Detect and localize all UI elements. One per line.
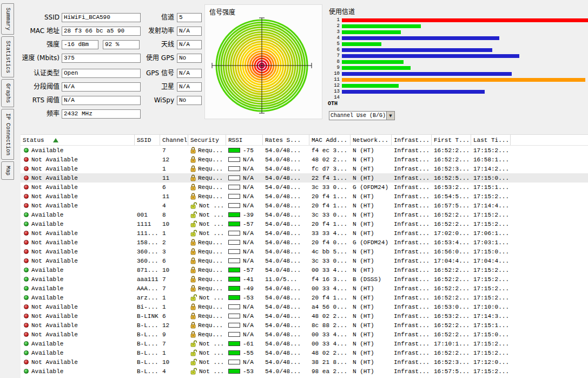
table-row[interactable]: Not AvailableB-LINK6Requ...N/A54.0/48...… xyxy=(21,311,588,321)
detail-field-gps-signal[interactable]: N/A xyxy=(177,69,202,78)
security-text: Requ... xyxy=(198,258,223,264)
table-body: Available7Requ...-7554.0/48...f4 ec 3...… xyxy=(21,146,588,376)
channel-label: 2 xyxy=(325,24,342,28)
channel-cell: 1 xyxy=(160,164,188,173)
table-row[interactable]: Not Available12Requ...N/A54.0/48...48 02… xyxy=(21,155,588,164)
mac-address-cell: 3c 33 0... xyxy=(309,210,351,219)
table-row[interactable]: Not AvailableB-L...9Requ...N/A54.0/48...… xyxy=(21,330,588,339)
column-header-rates-s[interactable]: Rates S... xyxy=(263,135,309,145)
first-time-cell: 16:52:2... xyxy=(432,321,471,330)
column-header-last-ti[interactable]: Last Ti... xyxy=(471,135,511,145)
security-cell: Not ... xyxy=(188,219,226,229)
channel-row-14: 14 xyxy=(325,96,588,100)
detail-field-wispy[interactable]: No xyxy=(177,96,202,105)
status-cell: Not Available xyxy=(21,183,135,192)
table-row[interactable]: AvailableAAA...7Requ...-4954.0/48...00 3… xyxy=(21,284,588,293)
status-available-icon xyxy=(24,286,29,291)
table-row[interactable]: Not AvailableBi-...1Requ...N/A54.0/48...… xyxy=(21,302,588,311)
last-time-cell: 17:15:2... xyxy=(471,293,511,302)
column-header-rssi[interactable]: RSSI xyxy=(226,135,263,145)
rssi-cell: N/A xyxy=(226,155,263,164)
table-row[interactable]: Available0018Not ...-3954.0/48...3c 33 0… xyxy=(21,210,588,219)
detail-field-use-gps[interactable]: No xyxy=(177,54,202,63)
table-row[interactable]: Not Available360...3Requ...N/A54.0/48...… xyxy=(21,247,588,256)
rssi-bar-icon xyxy=(228,332,240,337)
channel-usage-bar xyxy=(342,84,399,88)
first-time-cell: 16:52:3... xyxy=(432,357,471,367)
mac-address-cell: 20 f4 0... xyxy=(309,238,351,247)
rssi-text: N/A xyxy=(243,359,254,366)
rates-cell: 54.0/48... xyxy=(263,302,309,311)
rates-cell: 54.0/48... xyxy=(263,247,309,256)
column-header-infrast[interactable]: Infrast... xyxy=(392,135,432,145)
status-cell: Available xyxy=(21,275,135,284)
rssi-text: -57 xyxy=(243,267,254,273)
network-type-cell: N (HT) xyxy=(351,330,392,339)
table-row[interactable]: Availablearz...1Not ...-5354.0/48...20 f… xyxy=(21,293,588,302)
chevron-down-icon[interactable]: ▼ xyxy=(386,112,394,120)
tab-map[interactable]: Map xyxy=(1,161,14,180)
first-time-cell: 17:04:4... xyxy=(432,256,471,265)
column-header-security[interactable]: Security xyxy=(188,135,226,145)
rssi-bar-icon xyxy=(228,350,240,355)
rssi-bar-icon xyxy=(228,295,240,300)
detail-label-wispy: WiSpy xyxy=(129,96,174,105)
table-row[interactable]: Available7Requ...-7554.0/48...f4 ec 3...… xyxy=(21,146,588,155)
table-row[interactable]: AvailableB-L...1Not ...-5554.0/48...48 0… xyxy=(21,348,588,357)
detail-field-frequency[interactable]: 2432 MHz xyxy=(62,109,141,119)
detail-label-gps-signal: GPS 信号 xyxy=(129,69,174,78)
table-row[interactable]: Available871...10Requ...-5754.0/48...00 … xyxy=(21,265,588,275)
ssid-cell: aaa111 xyxy=(135,275,160,284)
column-header-mac-add[interactable]: MAC Add... xyxy=(309,135,351,145)
column-header-status[interactable]: Status xyxy=(21,135,135,145)
lock-closed-icon xyxy=(190,147,196,154)
first-time-cell: 16:52:2... xyxy=(432,293,471,302)
status-cell: Not Available xyxy=(21,229,135,238)
rssi-bar-icon xyxy=(228,360,240,364)
column-header-channel[interactable]: Channel xyxy=(160,135,188,145)
detail-field-strength[interactable]: -16 dBm xyxy=(62,40,98,49)
table-row[interactable]: Not Available158...2Requ...N/A54.0/48...… xyxy=(21,238,588,247)
table-row[interactable]: Not Available11Requ...N/A54.0/48...22 f4… xyxy=(21,173,588,183)
detail-field-channel[interactable]: 5 xyxy=(177,13,202,22)
table-row[interactable]: AvailableB-L...7Not ...-6154.0/48...00 3… xyxy=(21,339,588,348)
status-unavailable-icon xyxy=(24,166,29,171)
column-header-ssid[interactable]: SSID xyxy=(135,135,160,145)
table-row[interactable]: Not Available11Requ...N/A54.0/48...20 f4… xyxy=(21,192,588,201)
channel-row-3: 3 xyxy=(325,30,588,34)
channel-cell: 3 xyxy=(160,247,188,256)
table-row[interactable]: AvailableB-L...4Not ...-5354.0/48...98 e… xyxy=(21,367,588,376)
table-row[interactable]: Not AvailableB-L...10Not ...N/A54.0/48..… xyxy=(21,357,588,367)
last-time-cell: 17:15:1... xyxy=(471,321,511,330)
network-type-cell: G (OFDM24) xyxy=(351,238,392,247)
status-unavailable-icon xyxy=(24,304,29,309)
column-header-network[interactable]: Network... xyxy=(351,135,392,145)
table-row[interactable]: Not AvailableB-L...12Requ...N/A54.0/48..… xyxy=(21,321,588,330)
last-time-cell: 17:15:0... xyxy=(471,247,511,256)
table-row[interactable]: Not Available4Not ...N/A54.0/48...20 f4 … xyxy=(21,201,588,210)
lock-closed-icon xyxy=(190,276,196,283)
last-time-cell: 17:04:4... xyxy=(471,256,511,265)
ssid-cell: B-L... xyxy=(135,367,160,376)
table-row[interactable]: Availableaaa1117Requ...-4111.0/5...f4 16… xyxy=(21,275,588,284)
ssid-cell xyxy=(135,164,160,173)
status-available-icon xyxy=(24,277,29,282)
table-row[interactable]: Not Available1Requ...N/A54.0/48...fc d7 … xyxy=(21,164,588,173)
channel-cell: 7 xyxy=(160,339,188,348)
table-row[interactable]: Available111110Not ...-5754.0/48...20 f4… xyxy=(21,219,588,229)
table-row[interactable]: Not Available111...1Not ...N/A54.0/48...… xyxy=(21,229,588,238)
channel-usage-chart: 1234567891011121314OTH xyxy=(325,18,588,108)
detail-label-use-gps: 使用 GPS xyxy=(129,54,174,63)
channel-mode-dropdown[interactable]: Channel Use (B/G) ▼ xyxy=(329,111,395,120)
detail-field-antenna[interactable]: N/A xyxy=(177,40,202,49)
lock-open-icon xyxy=(190,211,197,218)
channel-mode-value: Channel Use (B/G) xyxy=(329,112,386,120)
detail-field-satellite[interactable]: N/A xyxy=(177,82,202,92)
table-row[interactable]: Not Available6Requ...N/A54.0/48...3c 33 … xyxy=(21,183,588,192)
status-text: Not Available xyxy=(31,203,78,209)
channel-cell: 12 xyxy=(160,321,188,330)
table-row[interactable]: Not Available360...6Requ...N/A54.0/48...… xyxy=(21,256,588,265)
detail-label-channel: 信道 xyxy=(129,13,174,22)
detail-field-tx-power[interactable]: N/A xyxy=(177,27,202,36)
column-header-first-t[interactable]: First T... xyxy=(432,135,471,145)
